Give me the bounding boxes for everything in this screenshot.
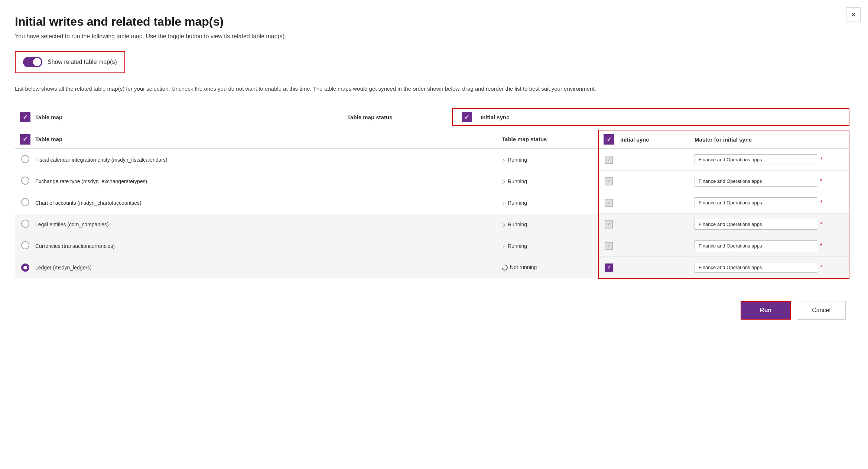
initial-sync-checkbox[interactable]: ✓ — [605, 242, 613, 250]
close-button[interactable]: ✕ — [846, 7, 861, 22]
row-name: Ledger (msdyn_ledgers) — [35, 257, 502, 279]
required-star: * — [820, 243, 822, 249]
th-initial-sync: Initial sync — [619, 130, 693, 149]
table-row: Ledger (msdyn_ledgers)Not running✓Financ… — [15, 257, 849, 279]
row-radio[interactable] — [21, 241, 29, 249]
master-dropdown[interactable]: Finance and Operations appsDataverse — [695, 197, 817, 208]
master-dropdown[interactable]: Finance and Operations appsDataverse — [695, 240, 817, 251]
row-name: Exchange rate type (msdyn_exchangeratety… — [35, 171, 502, 192]
col-header-initial-sync: Initial sync — [481, 114, 845, 120]
th-master: Master for initial sync — [693, 130, 849, 149]
initial-sync-header-checkbox[interactable]: ✓ — [604, 134, 614, 145]
cancel-button[interactable]: Cancel — [797, 301, 846, 320]
row-radio[interactable] — [21, 198, 29, 206]
required-star: * — [820, 178, 822, 185]
run-button[interactable]: Run — [741, 301, 791, 320]
col-header-status: Table map status — [347, 114, 451, 120]
row-radio[interactable] — [21, 177, 29, 185]
th-table-map: Table map — [35, 130, 502, 149]
master-dropdown[interactable]: Finance and Operations appsDataverse — [695, 219, 817, 230]
master-dropdown[interactable]: Finance and Operations appsDataverse — [695, 154, 817, 165]
row-name: Legal entities (cdm_companies) — [35, 214, 502, 235]
required-star: * — [820, 221, 822, 228]
row-status: ▷Running — [502, 192, 598, 214]
toggle-container: Show related table map(s) — [15, 51, 125, 73]
table-container: Table map Table map status Initial sync — [15, 104, 849, 130]
col-header-table-map: Table map — [35, 114, 347, 120]
initial-sync-checkbox[interactable]: ✓ — [605, 156, 613, 164]
toggle-label: Show related table map(s) — [48, 59, 117, 65]
dialog-footer: Run Cancel — [15, 301, 849, 320]
row-status: ▷Running — [502, 235, 598, 257]
required-star: * — [820, 156, 822, 163]
dialog-container: ✕ Initial writes and related table map(s… — [0, 0, 868, 469]
table-row: Currencies (transactioncurrencies)▷Runni… — [15, 235, 849, 257]
row-status: ▷Running — [502, 149, 598, 171]
th-status: Table map status — [502, 130, 598, 149]
master-dropdown[interactable]: Finance and Operations appsDataverse — [695, 176, 817, 187]
description-text: List below shows all the related table m… — [15, 84, 832, 93]
select-all-checkbox[interactable]: ✓ — [20, 134, 30, 145]
initial-sync-checkbox[interactable]: ✓ — [605, 263, 613, 272]
row-radio[interactable] — [21, 155, 29, 163]
th-initial-sync-check: ✓ — [598, 130, 619, 149]
row-status: Not running — [502, 257, 598, 279]
master-dropdown[interactable]: Finance and Operations appsDataverse — [695, 262, 817, 273]
header-initial-sync-check[interactable] — [456, 112, 477, 122]
row-radio[interactable] — [21, 263, 29, 272]
row-name: Chart of accounts (msdyn_chartofaccounts… — [35, 192, 502, 214]
header-select-all[interactable] — [15, 112, 35, 122]
row-radio[interactable] — [21, 220, 29, 228]
dialog-title: Initial writes and related table map(s) — [15, 15, 849, 29]
initial-sync-checkbox[interactable]: ✓ — [605, 177, 613, 185]
svg-point-0 — [502, 265, 507, 270]
show-related-toggle[interactable] — [23, 57, 42, 67]
dialog-subtitle: You have selected to run the following t… — [15, 33, 849, 40]
required-star: * — [820, 264, 822, 271]
data-table: ✓ Table map Table map status ✓ Initial s… — [15, 130, 849, 279]
row-name: Currencies (transactioncurrencies) — [35, 235, 502, 257]
table-row: Fiscal calendar integration entity (msdy… — [15, 149, 849, 171]
row-name: Fiscal calendar integration entity (msdy… — [35, 149, 502, 171]
row-status: ▷Running — [502, 171, 598, 192]
table-row: Exchange rate type (msdyn_exchangeratety… — [15, 171, 849, 192]
initial-sync-checkbox[interactable]: ✓ — [605, 199, 613, 207]
initial-sync-checkbox[interactable]: ✓ — [605, 220, 613, 229]
th-select: ✓ — [15, 130, 35, 149]
row-status: ▷Running — [502, 214, 598, 235]
required-star: * — [820, 200, 822, 206]
table-row: Chart of accounts (msdyn_chartofaccounts… — [15, 192, 849, 214]
table-row: Legal entities (cdm_companies)▷Running✓F… — [15, 214, 849, 235]
